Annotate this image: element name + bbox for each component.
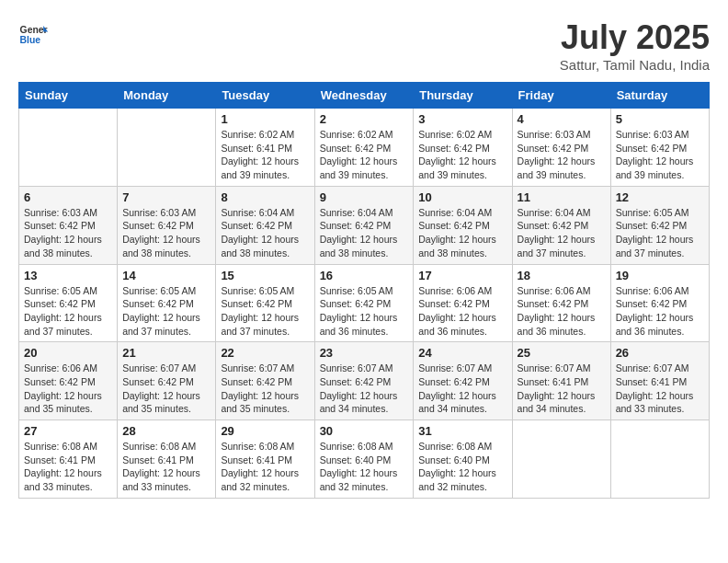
day-info: Sunrise: 6:02 AM Sunset: 6:41 PM Dayligh…	[221, 128, 309, 182]
calendar-cell: 23Sunrise: 6:07 AM Sunset: 6:42 PM Dayli…	[314, 342, 414, 420]
day-info: Sunrise: 6:06 AM Sunset: 6:42 PM Dayligh…	[518, 284, 606, 339]
calendar-cell: 4Sunrise: 6:03 AM Sunset: 6:42 PM Daylig…	[512, 109, 610, 187]
day-info: Sunrise: 6:08 AM Sunset: 6:41 PM Dayligh…	[24, 440, 112, 494]
day-number: 16	[320, 269, 409, 282]
day-number: 20	[24, 346, 112, 360]
day-info: Sunrise: 6:02 AM Sunset: 6:42 PM Dayligh…	[320, 128, 409, 182]
day-number: 24	[418, 346, 506, 360]
calendar-cell: 24Sunrise: 6:07 AM Sunset: 6:42 PM Dayli…	[414, 342, 512, 420]
day-info: Sunrise: 6:03 AM Sunset: 6:42 PM Dayligh…	[616, 128, 704, 182]
calendar-cell: 31Sunrise: 6:08 AM Sunset: 6:40 PM Dayli…	[414, 420, 512, 499]
weekday-header-row: SundayMondayTuesdayWednesdayThursdayFrid…	[19, 83, 710, 109]
calendar-cell	[118, 109, 216, 187]
day-number: 22	[221, 346, 309, 360]
calendar-cell: 13Sunrise: 6:05 AM Sunset: 6:42 PM Dayli…	[19, 264, 118, 342]
calendar-cell: 11Sunrise: 6:04 AM Sunset: 6:42 PM Dayli…	[512, 186, 610, 264]
weekday-monday: Monday	[118, 83, 216, 109]
day-number: 31	[418, 424, 506, 438]
day-number: 5	[616, 112, 704, 126]
day-number: 25	[518, 346, 606, 360]
day-number: 1	[221, 112, 309, 126]
week-row-1: 1Sunrise: 6:02 AM Sunset: 6:41 PM Daylig…	[19, 109, 710, 187]
week-row-2: 6Sunrise: 6:03 AM Sunset: 6:42 PM Daylig…	[19, 186, 710, 264]
day-info: Sunrise: 6:06 AM Sunset: 6:42 PM Dayligh…	[616, 284, 704, 339]
day-info: Sunrise: 6:07 AM Sunset: 6:42 PM Dayligh…	[418, 362, 506, 416]
calendar-cell: 26Sunrise: 6:07 AM Sunset: 6:41 PM Dayli…	[610, 342, 709, 420]
day-number: 17	[418, 269, 506, 282]
day-info: Sunrise: 6:07 AM Sunset: 6:41 PM Dayligh…	[518, 362, 606, 416]
calendar-cell: 6Sunrise: 6:03 AM Sunset: 6:42 PM Daylig…	[19, 186, 118, 264]
day-info: Sunrise: 6:03 AM Sunset: 6:42 PM Dayligh…	[122, 206, 210, 260]
calendar-cell: 15Sunrise: 6:05 AM Sunset: 6:42 PM Dayli…	[216, 264, 314, 342]
day-number: 7	[122, 190, 210, 204]
day-info: Sunrise: 6:04 AM Sunset: 6:42 PM Dayligh…	[221, 206, 309, 260]
calendar-cell: 1Sunrise: 6:02 AM Sunset: 6:41 PM Daylig…	[216, 109, 314, 187]
calendar-cell: 27Sunrise: 6:08 AM Sunset: 6:41 PM Dayli…	[19, 420, 118, 499]
title-block: July 2025 Sattur, Tamil Nadu, India	[560, 18, 710, 73]
day-number: 29	[221, 424, 309, 438]
week-row-5: 27Sunrise: 6:08 AM Sunset: 6:41 PM Dayli…	[19, 420, 710, 499]
day-number: 8	[221, 190, 309, 204]
day-number: 19	[616, 269, 704, 282]
calendar-cell: 16Sunrise: 6:05 AM Sunset: 6:42 PM Dayli…	[314, 264, 414, 342]
day-info: Sunrise: 6:08 AM Sunset: 6:41 PM Dayligh…	[122, 440, 210, 494]
weekday-thursday: Thursday	[414, 83, 512, 109]
calendar-cell: 3Sunrise: 6:02 AM Sunset: 6:42 PM Daylig…	[414, 109, 512, 187]
weekday-wednesday: Wednesday	[314, 83, 414, 109]
calendar-cell: 22Sunrise: 6:07 AM Sunset: 6:42 PM Dayli…	[216, 342, 314, 420]
day-number: 14	[122, 269, 210, 282]
day-number: 21	[122, 346, 210, 360]
weekday-saturday: Saturday	[610, 83, 709, 109]
day-number: 23	[320, 346, 409, 360]
day-info: Sunrise: 6:07 AM Sunset: 6:42 PM Dayligh…	[320, 362, 409, 416]
day-info: Sunrise: 6:08 AM Sunset: 6:41 PM Dayligh…	[221, 440, 309, 494]
calendar-cell: 28Sunrise: 6:08 AM Sunset: 6:41 PM Dayli…	[118, 420, 216, 499]
calendar-table: SundayMondayTuesdayWednesdayThursdayFrid…	[18, 82, 710, 499]
calendar-title: July 2025	[560, 18, 710, 57]
calendar-cell: 17Sunrise: 6:06 AM Sunset: 6:42 PM Dayli…	[414, 264, 512, 342]
day-info: Sunrise: 6:02 AM Sunset: 6:42 PM Dayligh…	[418, 128, 506, 182]
day-number: 10	[418, 190, 506, 204]
calendar-cell: 2Sunrise: 6:02 AM Sunset: 6:42 PM Daylig…	[314, 109, 414, 187]
calendar-cell: 30Sunrise: 6:08 AM Sunset: 6:40 PM Dayli…	[314, 420, 414, 499]
day-info: Sunrise: 6:06 AM Sunset: 6:42 PM Dayligh…	[24, 362, 112, 416]
day-info: Sunrise: 6:07 AM Sunset: 6:41 PM Dayligh…	[616, 362, 704, 416]
day-number: 28	[122, 424, 210, 438]
day-info: Sunrise: 6:04 AM Sunset: 6:42 PM Dayligh…	[518, 206, 606, 260]
day-number: 11	[518, 190, 606, 204]
calendar-cell: 5Sunrise: 6:03 AM Sunset: 6:42 PM Daylig…	[610, 109, 709, 187]
day-info: Sunrise: 6:03 AM Sunset: 6:42 PM Dayligh…	[24, 206, 112, 260]
day-number: 4	[518, 112, 606, 126]
svg-text:Blue: Blue	[20, 35, 41, 45]
week-row-3: 13Sunrise: 6:05 AM Sunset: 6:42 PM Dayli…	[19, 264, 710, 342]
day-info: Sunrise: 6:05 AM Sunset: 6:42 PM Dayligh…	[320, 284, 409, 339]
day-number: 13	[24, 269, 112, 282]
day-info: Sunrise: 6:04 AM Sunset: 6:42 PM Dayligh…	[320, 206, 409, 260]
day-info: Sunrise: 6:05 AM Sunset: 6:42 PM Dayligh…	[122, 284, 210, 339]
day-info: Sunrise: 6:05 AM Sunset: 6:42 PM Dayligh…	[24, 284, 112, 339]
day-number: 6	[24, 190, 112, 204]
calendar-cell: 21Sunrise: 6:07 AM Sunset: 6:42 PM Dayli…	[118, 342, 216, 420]
day-number: 30	[320, 424, 409, 438]
day-number: 27	[24, 424, 112, 438]
day-number: 2	[320, 112, 409, 126]
day-number: 9	[320, 190, 409, 204]
weekday-sunday: Sunday	[19, 83, 118, 109]
day-info: Sunrise: 6:03 AM Sunset: 6:42 PM Dayligh…	[518, 128, 606, 182]
day-number: 12	[616, 190, 704, 204]
calendar-body: 1Sunrise: 6:02 AM Sunset: 6:41 PM Daylig…	[19, 109, 710, 499]
day-number: 26	[616, 346, 704, 360]
calendar-subtitle: Sattur, Tamil Nadu, India	[560, 57, 710, 73]
logo-icon: General Blue	[18, 18, 48, 48]
calendar-cell: 20Sunrise: 6:06 AM Sunset: 6:42 PM Dayli…	[19, 342, 118, 420]
calendar-cell	[19, 109, 118, 187]
day-number: 15	[221, 269, 309, 282]
day-info: Sunrise: 6:05 AM Sunset: 6:42 PM Dayligh…	[221, 284, 309, 339]
calendar-cell: 8Sunrise: 6:04 AM Sunset: 6:42 PM Daylig…	[216, 186, 314, 264]
week-row-4: 20Sunrise: 6:06 AM Sunset: 6:42 PM Dayli…	[19, 342, 710, 420]
day-number: 3	[418, 112, 506, 126]
day-number: 18	[518, 269, 606, 282]
page-header: General Blue July 2025 Sattur, Tamil Nad…	[18, 18, 710, 73]
logo: General Blue	[18, 18, 48, 48]
weekday-friday: Friday	[512, 83, 610, 109]
